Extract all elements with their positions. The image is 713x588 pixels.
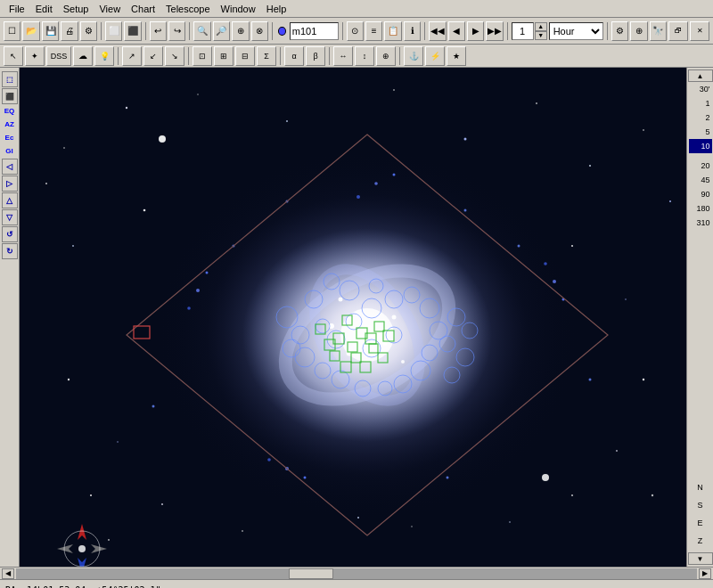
menu-chart[interactable]: Chart [126,2,160,16]
step-up[interactable]: ▲ [535,22,547,31]
restore-button[interactable]: 🗗 [668,21,688,41]
target-input[interactable] [290,22,339,40]
target2-button[interactable]: ⊕ [630,21,647,41]
scale-45[interactable]: 45 [689,173,712,187]
tb2-btn12[interactable]: Σ [257,46,276,66]
menu-telescope[interactable]: Telescope [160,2,216,16]
forward-button[interactable]: ▶▶ [486,21,503,41]
tb2-btn14[interactable]: β [306,46,325,66]
menu-file[interactable]: File [4,2,30,16]
menu-setup[interactable]: Setup [58,2,94,16]
tb2-btn11[interactable]: ⊟ [235,46,255,66]
hscroll-track[interactable] [16,568,697,579]
tb2-btn2[interactable]: ✦ [25,46,45,66]
svg-point-44 [589,379,592,381]
svg-point-3 [286,120,288,122]
tb2-btn8[interactable]: ↘ [165,46,184,66]
close-button[interactable]: ✕ [690,21,709,41]
save-button[interactable]: 💾 [42,21,59,41]
scale-scroll-up[interactable]: ▲ [688,69,713,82]
tb2-btn15[interactable]: ↔ [333,46,353,66]
catalog-button[interactable]: ≡ [365,21,382,41]
compass-e[interactable]: E [697,519,702,527]
scale-20[interactable]: 20 [689,159,712,173]
tb2-btn7[interactable]: ↙ [143,46,163,66]
list-button[interactable]: 📋 [384,21,401,41]
left-btn2[interactable]: ⬛ [2,88,18,104]
info-button[interactable]: ℹ [404,21,421,41]
compass-n[interactable]: N [697,483,703,492]
hscroll-left[interactable]: ◀ [2,568,14,579]
left-arrow-down[interactable]: ▽ [2,209,18,225]
scale-scroll-down[interactable]: ▼ [688,552,713,565]
left-arrow-right[interactable]: ▷ [2,176,18,192]
left-arrow-left[interactable]: ◁ [2,159,18,175]
scale-180[interactable]: 180 [689,201,712,216]
compass-s[interactable]: S [697,501,702,510]
scale-10[interactable]: 10 [689,139,712,153]
undo-button[interactable]: ↩ [150,21,167,41]
tb2-btn1[interactable]: ↖ [4,46,23,66]
scope-button[interactable]: 🔭 [650,21,667,41]
print-button[interactable]: 🖨 [61,21,78,41]
tb2-btn6[interactable]: ↗ [122,46,142,66]
tb2-btn10[interactable]: ⊞ [214,46,234,66]
dss-button[interactable]: DSS [46,46,71,66]
left-arrow-up[interactable]: △ [2,192,18,208]
step-input[interactable] [512,22,534,40]
az-label[interactable]: AZ [4,118,14,131]
gl-label[interactable]: Gl [5,145,12,158]
svg-point-22 [242,530,243,532]
scale-5[interactable]: 5 [689,125,712,139]
scale-1[interactable]: 1 [689,96,712,110]
zoom-in-button[interactable]: 🔍 [193,21,210,41]
search-button[interactable]: ⊕ [232,21,249,41]
tb2-btn4[interactable]: ☁ [73,46,93,66]
left-rotate-cw[interactable]: ↻ [2,243,18,259]
compass-z[interactable]: Z [698,536,703,545]
settings-button[interactable]: ⚙ [80,21,97,41]
left-rotate-ccw[interactable]: ↺ [2,226,18,242]
goto-button[interactable]: ⊙ [347,21,364,41]
tb2-btn5[interactable]: 💡 [94,46,114,66]
menu-edit[interactable]: Edit [30,2,58,16]
rewind-button[interactable]: ◀◀ [429,21,446,41]
open-button[interactable]: 📂 [22,21,39,41]
tb2-btn9[interactable]: ⊡ [193,46,212,66]
tb2-btn20[interactable]: ★ [447,46,466,66]
svg-point-13 [643,379,644,380]
play-button[interactable]: ▶ [467,21,484,41]
sep2 [145,22,146,40]
new-button[interactable]: ☐ [4,21,20,41]
back-button[interactable]: ◀ [448,21,465,41]
find-button[interactable]: ⊗ [251,21,268,41]
tb2-btn18[interactable]: ⚓ [404,46,423,66]
sky-chart[interactable]: 0 2' 10' [20,68,686,567]
ec-label[interactable]: Ec [5,132,14,144]
tb2-btn19[interactable]: ⚡ [425,46,445,66]
paste-button[interactable]: ⬛ [124,21,141,41]
menu-view[interactable]: View [94,2,126,16]
scale-30arcmin[interactable]: 30' [689,82,712,96]
hscroll-right[interactable]: ▶ [699,568,711,579]
svg-point-29 [542,474,549,481]
hscroll-thumb[interactable] [289,568,333,579]
step-down[interactable]: ▼ [535,31,547,40]
scale-310[interactable]: 310 [689,216,712,230]
menu-help[interactable]: Help [261,2,292,16]
zoom-out-button[interactable]: 🔎 [213,21,230,41]
sep6 [424,22,425,40]
tb2-btn13[interactable]: α [284,46,304,66]
scale-2[interactable]: 2 [689,110,712,125]
options-button[interactable]: ⚙ [611,21,628,41]
tb2-btn17[interactable]: ⊕ [376,46,396,66]
left-btn1[interactable]: ⬚ [2,71,18,87]
copy-button[interactable]: ⬜ [105,21,122,41]
eq-label[interactable]: EQ [4,105,15,118]
time-unit-select[interactable]: Hour Minute Second [549,22,603,40]
tb2-btn16[interactable]: ↕ [355,46,374,66]
scale-90[interactable]: 90 [689,187,712,201]
menu-window[interactable]: Window [216,2,261,16]
redo-button[interactable]: ↪ [168,21,185,41]
svg-point-8 [643,129,644,131]
